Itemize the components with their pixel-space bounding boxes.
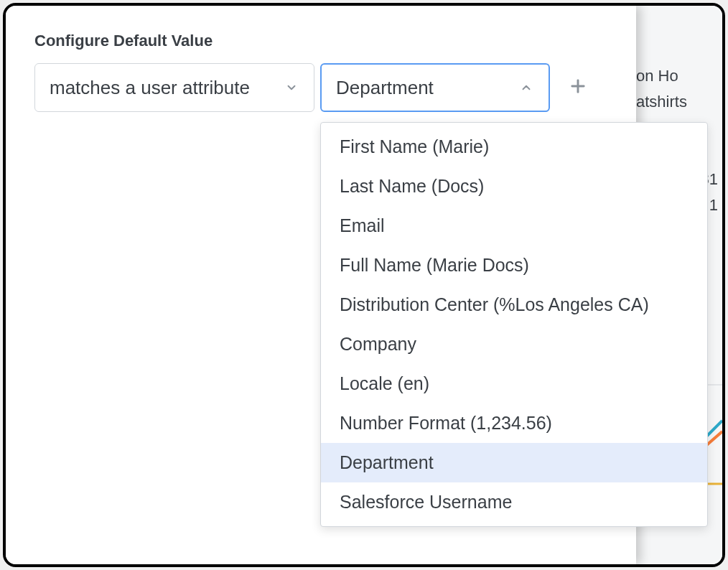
dropdown-item-first-name[interactable]: First Name (Marie) — [321, 127, 707, 167]
chevron-up-icon — [518, 80, 534, 95]
condition-select-value: matches a user attribute — [50, 77, 250, 99]
dropdown-item-distribution-center[interactable]: Distribution Center (%Los Angeles CA) — [321, 285, 707, 324]
chevron-down-icon — [284, 80, 299, 95]
dropdown-item-department[interactable]: Department — [321, 443, 707, 482]
bg-text-line: on Ho — [636, 63, 722, 89]
condition-select[interactable]: matches a user attribute — [34, 63, 314, 112]
dropdown-item-company[interactable]: Company — [321, 324, 707, 364]
configure-modal: Configure Default Value matches a user a… — [6, 6, 636, 564]
dropdown-item-salesforce-username[interactable]: Salesforce Username — [321, 482, 707, 522]
dropdown-item-full-name[interactable]: Full Name (Marie Docs) — [321, 246, 707, 285]
app-window: on Ho atshirts s 20.18 ees .81 s 1 Confi… — [3, 3, 725, 567]
dropdown-item-number-format[interactable]: Number Format (1,234.56) — [321, 403, 707, 443]
attribute-dropdown: First Name (Marie) Last Name (Docs) Emai… — [320, 122, 708, 527]
attribute-select[interactable]: Department First Name (Marie) Last Name … — [320, 63, 550, 112]
attribute-select-value: Department — [336, 77, 434, 99]
controls-row: matches a user attribute Department Firs… — [34, 63, 607, 112]
bg-text-line: atshirts — [636, 89, 722, 115]
add-button[interactable] — [560, 70, 596, 106]
dropdown-item-locale[interactable]: Locale (en) — [321, 364, 707, 403]
dropdown-item-last-name[interactable]: Last Name (Docs) — [321, 167, 707, 206]
dropdown-item-email[interactable]: Email — [321, 206, 707, 246]
section-title: Configure Default Value — [34, 32, 607, 50]
plus-icon — [568, 76, 588, 99]
